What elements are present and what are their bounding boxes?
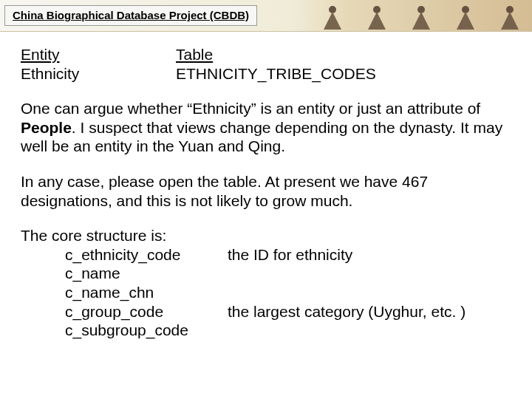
structure-intro: The core structure is: xyxy=(21,226,511,245)
entity-column: Entity Ethnicity xyxy=(21,45,176,83)
para1-bold: People xyxy=(21,119,72,136)
paragraph-2: In any case, please open the table. At p… xyxy=(21,172,511,210)
slide-content: Entity Ethnicity Table ETHNICITY_TRIBE_C… xyxy=(0,32,532,340)
entity-label: Entity xyxy=(21,45,176,64)
field-name: c_name_chn xyxy=(65,283,228,302)
table-label: Table xyxy=(176,45,511,64)
structure-block: The core structure is: c_ethnicity_codet… xyxy=(21,226,511,340)
field-desc: the largest category (Uyghur, etc. ) xyxy=(228,302,511,321)
para1-post: . I suspect that views change depending … xyxy=(21,119,502,155)
field-grid: c_ethnicity_codethe ID for ethnicity c_n… xyxy=(21,245,511,340)
table-value: ETHNICITY_TRIBE_CODES xyxy=(176,64,511,83)
field-desc xyxy=(228,264,511,283)
paragraph-1: One can argue whether “Ethnicity” is an … xyxy=(21,99,511,156)
decorative-figures xyxy=(310,0,532,31)
field-desc xyxy=(228,321,511,340)
header-banner: China Biographical Database Project (CBD… xyxy=(0,0,532,32)
field-name: c_group_code xyxy=(65,302,228,321)
field-desc xyxy=(228,283,511,302)
para1-pre: One can argue whether “Ethnicity” is an … xyxy=(21,100,480,117)
project-title: China Biographical Database Project (CBD… xyxy=(4,5,257,26)
field-name: c_subgroup_code xyxy=(65,321,228,340)
field-name: c_name xyxy=(65,264,228,283)
table-column: Table ETHNICITY_TRIBE_CODES xyxy=(176,45,511,83)
heading-row: Entity Ethnicity Table ETHNICITY_TRIBE_C… xyxy=(21,45,511,83)
entity-value: Ethnicity xyxy=(21,64,176,83)
field-name: c_ethnicity_code xyxy=(65,245,228,265)
field-desc: the ID for ethnicity xyxy=(228,245,511,265)
